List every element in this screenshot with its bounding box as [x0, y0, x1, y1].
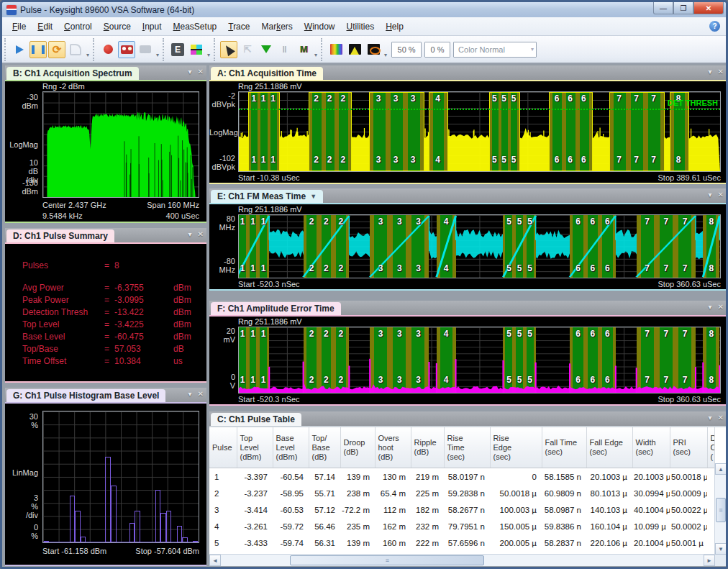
column-header[interactable]: PRI(sec) [670, 427, 707, 468]
column-header[interactable]: DC( [707, 427, 714, 468]
column-header[interactable]: Droop(dB) [340, 427, 375, 468]
menu-meassetup[interactable]: MeasSetup [168, 19, 223, 34]
table-row[interactable]: 3-3.414-60.5357.12-72.2 m112 m182 m58.26… [209, 501, 714, 518]
table-row[interactable]: 1-3.397-60.5457.14139 m130 m219 m58.0197… [209, 468, 714, 486]
column-header[interactable]: RiseEdge(sec) [490, 427, 542, 468]
panel-menu-icon[interactable]: ▾ [709, 191, 712, 199]
menu-window[interactable]: Window [299, 19, 341, 34]
menu-source[interactable]: Source [98, 19, 137, 34]
column-header[interactable]: Fall Time(sec) [542, 427, 586, 468]
panel-menu-icon[interactable]: ▾ [188, 68, 192, 76]
trace-layout-button[interactable] [188, 41, 205, 58]
table-row[interactable]: 4-3.261-59.7256.46235 m162 m232 m79.7951… [209, 518, 714, 534]
tab-acquisition-time[interactable]: A: Ch1 Acquisition Time [211, 67, 323, 80]
panel-menu-icon[interactable]: ▾ [188, 230, 192, 239]
recorder-button[interactable] [137, 41, 154, 58]
menu-help[interactable]: Help [380, 19, 409, 34]
title-bar[interactable]: Pulse - Keysight 89600 VSA Software (64-… [2, 2, 726, 17]
column-header[interactable]: Overshoot(dB) [375, 427, 411, 468]
persistence-display-button[interactable] [365, 41, 382, 58]
menu-input[interactable]: Input [137, 19, 168, 34]
panel-close-icon[interactable]: ✕ [718, 414, 724, 422]
column-header[interactable]: Pulse [209, 427, 237, 468]
column-header[interactable]: Top/Base(dB) [309, 427, 340, 468]
tab-amplitude-error-time[interactable]: F: Ch1 Amplitude Error Time [211, 302, 341, 315]
vertical-scroll-thumb[interactable] [716, 498, 726, 522]
toolbar-overflow-icon[interactable]: ▾ [384, 52, 387, 60]
tab-pulse-histogram[interactable]: G: Ch1 Pulse Histogram Base Level [6, 389, 165, 402]
select-tool-button[interactable] [220, 41, 237, 58]
toolbar-overflow-icon[interactable]: ▾ [314, 52, 317, 60]
tab-fm-meas-time[interactable]: E: Ch1 FM Meas Time▼ [211, 190, 323, 203]
column-header[interactable]: Width(sec) [632, 427, 670, 468]
band-power-marker-button[interactable]: ‖ [276, 41, 294, 58]
panel-menu-icon[interactable]: ▾ [709, 414, 712, 422]
amp-err-plot[interactable]: 1111112222223333334455555566666677777788 [238, 327, 721, 393]
marker-coupling-button[interactable]: M [295, 41, 312, 58]
tab-pulse-summary[interactable]: D: Ch1 Pulse Summary [6, 229, 114, 242]
close-button[interactable]: ✕ [693, 2, 724, 14]
table-row[interactable]: 5-3.433-59.7456.31139 m160 m222 m57.6596… [209, 534, 714, 551]
column-header[interactable]: RiseTime(sec) [444, 427, 490, 468]
combo-dropdown-icon[interactable]: ▾ [531, 46, 534, 53]
spectrum-plot[interactable] [42, 91, 199, 198]
help-icon[interactable]: ? [709, 21, 720, 32]
pulse-number-label: 4 [435, 94, 440, 104]
run-button[interactable] [11, 41, 28, 58]
player-button[interactable] [118, 41, 135, 58]
trigger-level-field[interactable]: 0 % [424, 42, 450, 58]
toolbar-overflow-icon[interactable]: ▾ [86, 52, 89, 60]
menu-file[interactable]: File [6, 19, 32, 34]
horizontal-scroll-thumb[interactable] [290, 555, 484, 565]
minimize-button[interactable]: — [653, 2, 673, 14]
single-acquisition-button[interactable] [67, 41, 84, 58]
edit-layout-button[interactable]: E [169, 41, 186, 58]
column-header[interactable]: TopLevel(dBm) [237, 427, 273, 468]
pulse-number-label: 1 [250, 217, 255, 227]
column-header[interactable]: BaseLevel(dBm) [273, 427, 309, 468]
menu-markers[interactable]: Markers [255, 19, 298, 34]
acq-time-plot[interactable]: 1111112222223333334455555566666677777788… [238, 91, 721, 172]
panel-menu-icon[interactable]: ▾ [188, 390, 192, 399]
horizontal-scrollbar[interactable]: ◄ ► [209, 554, 715, 566]
spectrum-display-button[interactable] [346, 41, 363, 58]
tab-acquisition-spectrum[interactable]: B: Ch1 Acquisition Spectrum [6, 67, 139, 80]
menu-control[interactable]: Control [58, 19, 98, 34]
color-mode-select[interactable]: Color Normal▾ [453, 42, 537, 58]
panel-close-icon[interactable]: ✕ [198, 68, 204, 76]
pause-button[interactable] [29, 41, 47, 58]
scroll-up-icon[interactable]: ▲ [715, 463, 727, 475]
table-row[interactable]: 2-3.237-58.9555.71238 m65.4 m225 m59.283… [209, 485, 714, 501]
panel-close-icon[interactable]: ✕ [718, 303, 724, 311]
pulse-number-label: 8 [709, 329, 714, 339]
scroll-down-icon[interactable]: ▼ [715, 543, 727, 555]
menu-utilities[interactable]: Utilities [341, 19, 381, 34]
panel-close-icon[interactable]: ✕ [718, 68, 724, 76]
peak-search-button[interactable] [258, 41, 275, 58]
column-header[interactable]: Ripple(dB) [411, 427, 444, 468]
scroll-right-icon[interactable]: ► [704, 555, 715, 566]
move-marker-button[interactable]: ⇱ [239, 41, 256, 58]
panel-close-icon[interactable]: ✕ [198, 230, 204, 239]
panel-menu-icon[interactable]: ▾ [709, 68, 712, 76]
panel-close-icon[interactable]: ✕ [198, 390, 204, 399]
continuous-button[interactable]: ⟳ [48, 41, 65, 58]
panel-close-icon[interactable]: ✕ [718, 191, 724, 199]
range-field[interactable]: 50 % [391, 42, 422, 58]
toolbar-overflow-icon[interactable]: ▾ [156, 52, 159, 60]
toolbar-overflow-icon[interactable]: ▾ [207, 52, 210, 60]
maximize-button[interactable]: ❐ [673, 2, 693, 14]
scroll-left-icon[interactable]: ◄ [209, 555, 221, 566]
fm-plot[interactable]: 1111112222223333334455555566666677777788 [238, 214, 721, 278]
panel-menu-icon[interactable]: ▾ [709, 303, 712, 311]
tab-pulse-table[interactable]: C: Ch1 Pulse Table [211, 413, 301, 426]
menu-trace[interactable]: Trace [222, 19, 255, 34]
column-header[interactable]: Fall Edge(sec) [586, 427, 632, 468]
menu-edit[interactable]: Edit [32, 19, 58, 34]
spectrogram-button[interactable] [327, 41, 345, 58]
vertical-scrollbar[interactable]: ▲ ▼ [714, 463, 727, 555]
tab-dropdown-icon[interactable]: ▼ [310, 193, 317, 200]
histogram-bar [70, 496, 76, 542]
histogram-plot[interactable] [42, 411, 199, 543]
record-button[interactable] [99, 41, 117, 58]
